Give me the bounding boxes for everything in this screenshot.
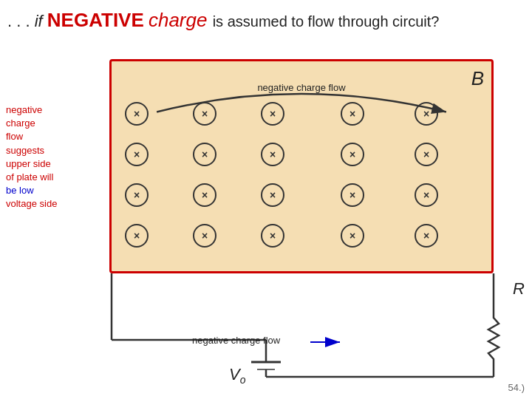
slide-number: 54.) (508, 382, 525, 393)
vo-label: Vo (229, 365, 245, 386)
charge-flow-label-bottom: negative charge flow (192, 335, 280, 346)
